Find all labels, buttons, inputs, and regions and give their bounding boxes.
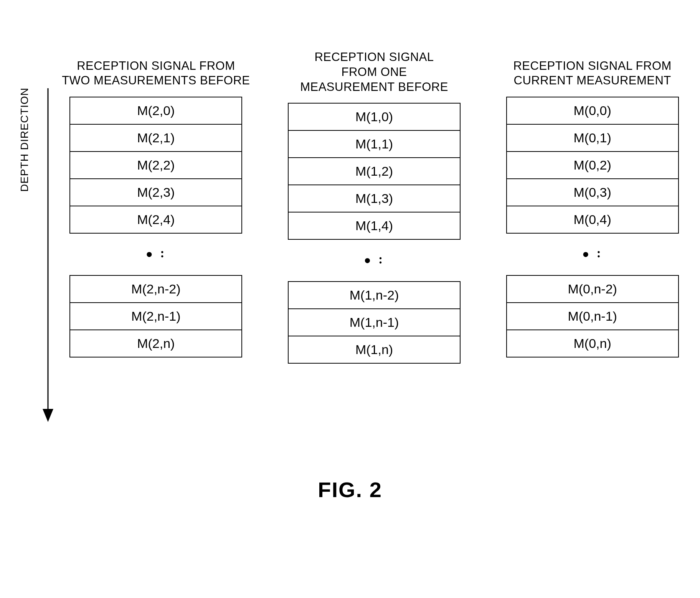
cell: M(2,0) (69, 97, 242, 124)
cell: M(2,3) (69, 178, 242, 206)
cell: M(1,1) (288, 130, 461, 157)
depth-direction-text: DEPTH DIRECTION (18, 87, 30, 192)
cell: M(2,n) (69, 329, 242, 357)
cell: M(0,3) (506, 178, 679, 206)
cell: M(0,4) (506, 206, 679, 234)
cell: M(1,n) (288, 336, 461, 364)
cell: M(2,2) (69, 151, 242, 178)
column-current: RECEPTION SIGNAL FROM CURRENT MEASUREMEN… (494, 50, 691, 364)
bottom-group: M(1,n-2) M(1,n-1) M(1,n) (288, 281, 461, 364)
top-group: M(2,0) M(2,1) M(2,2) M(2,3) M(2,4) (69, 97, 242, 234)
column-header: RECEPTION SIGNAL FROM CURRENT MEASUREMEN… (513, 50, 671, 88)
column-two-before: RECEPTION SIGNAL FROM TWO MEASUREMENTS B… (58, 50, 254, 364)
figure-caption: FIG. 2 (0, 477, 700, 502)
cell: M(1,4) (288, 212, 461, 240)
cell: M(0,n) (506, 329, 679, 357)
column-table: M(1,0) M(1,1) M(1,2) M(1,3) M(1,4) • •• … (276, 103, 473, 364)
columns-row: RECEPTION SIGNAL FROM TWO MEASUREMENTS B… (58, 50, 691, 364)
bottom-group: M(2,n-2) M(2,n-1) M(2,n) (69, 275, 242, 357)
cell: M(0,n-1) (506, 302, 679, 329)
cell: M(0,1) (506, 124, 679, 151)
cell: M(0,0) (506, 97, 679, 124)
cell: M(2,1) (69, 124, 242, 151)
cell: M(2,4) (69, 206, 242, 234)
column-one-before: RECEPTION SIGNAL FROM ONE MEASUREMENT BE… (276, 50, 473, 364)
cell: M(1,0) (288, 103, 461, 130)
column-table: M(2,0) M(2,1) M(2,2) M(2,3) M(2,4) • •• … (58, 97, 254, 357)
diagram-area: RECEPTION SIGNAL FROM TWO MEASUREMENTS B… (58, 50, 691, 364)
depth-arrow-icon (40, 88, 56, 422)
ellipsis-icon: • •• (146, 243, 166, 266)
cell: M(1,n-2) (288, 281, 461, 308)
column-header: RECEPTION SIGNAL FROM ONE MEASUREMENT BE… (300, 50, 448, 94)
ellipsis-icon: • •• (364, 249, 384, 272)
cell: M(1,2) (288, 157, 461, 185)
bottom-group: M(0,n-2) M(0,n-1) M(0,n) (506, 275, 679, 357)
column-header: RECEPTION SIGNAL FROM TWO MEASUREMENTS B… (62, 50, 250, 88)
top-group: M(1,0) M(1,1) M(1,2) M(1,3) M(1,4) (288, 103, 461, 240)
ellipsis-icon: • •• (583, 243, 603, 266)
cell: M(0,2) (506, 151, 679, 178)
top-group: M(0,0) M(0,1) M(0,2) M(0,3) M(0,4) (506, 97, 679, 234)
cell: M(2,n-2) (69, 275, 242, 302)
cell: M(1,n-1) (288, 308, 461, 336)
cell: M(2,n-1) (69, 302, 242, 329)
column-table: M(0,0) M(0,1) M(0,2) M(0,3) M(0,4) • •• … (494, 97, 691, 357)
cell: M(0,n-2) (506, 275, 679, 302)
depth-direction-label: DEPTH DIRECTION (18, 87, 31, 192)
svg-marker-1 (43, 409, 53, 422)
cell: M(1,3) (288, 185, 461, 212)
